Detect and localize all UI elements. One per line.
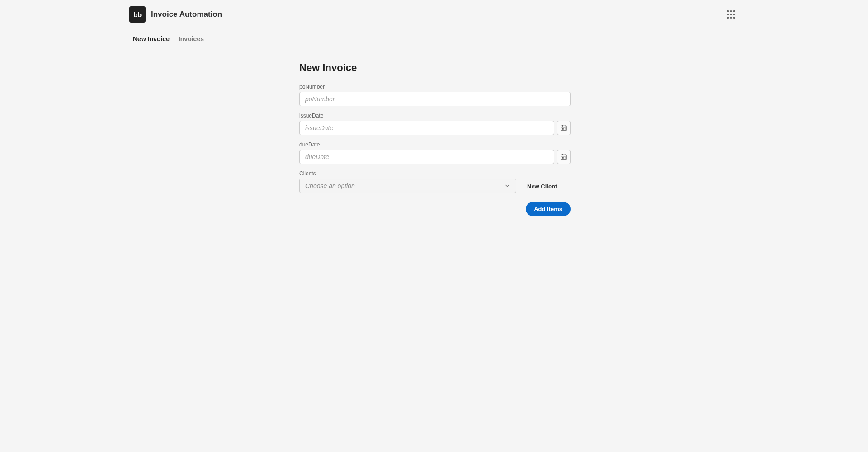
tab-new-invoice[interactable]: New Invoice [133, 29, 170, 49]
tab-invoices[interactable]: Invoices [179, 29, 204, 49]
calendar-button-issuedate[interactable] [557, 121, 571, 135]
calendar-icon [560, 153, 567, 160]
field-duedate: dueDate [299, 141, 571, 164]
label-issuedate: issueDate [299, 113, 571, 119]
main-content: New Invoice poNumber issueDate [131, 49, 737, 252]
form-actions: Add Items [299, 202, 571, 216]
input-duedate[interactable] [299, 150, 554, 164]
calendar-icon [560, 124, 567, 132]
chevron-down-icon [504, 183, 510, 189]
app-logo: bb [129, 6, 146, 23]
tabbar: New Invoice Invoices [0, 29, 868, 49]
calendar-button-duedate[interactable] [557, 150, 571, 164]
page-title: New Invoice [299, 62, 571, 74]
add-items-button[interactable]: Add Items [526, 202, 571, 216]
input-ponumber[interactable] [299, 92, 571, 106]
label-ponumber: poNumber [299, 84, 571, 90]
field-ponumber: poNumber [299, 84, 571, 106]
apps-grid-icon[interactable] [727, 10, 735, 19]
topbar: bb Invoice Automation [0, 0, 868, 29]
label-clients: Clients [299, 170, 516, 177]
clients-row: Clients Choose an option New Client [299, 170, 571, 193]
select-clients-placeholder: Choose an option [305, 182, 355, 189]
new-client-link[interactable]: New Client [527, 183, 557, 193]
label-duedate: dueDate [299, 141, 571, 148]
app-title: Invoice Automation [151, 10, 222, 19]
input-issuedate[interactable] [299, 121, 554, 135]
field-issuedate: issueDate [299, 113, 571, 135]
brand: bb Invoice Automation [129, 6, 222, 23]
select-clients[interactable]: Choose an option [299, 179, 516, 193]
field-clients: Clients Choose an option [299, 170, 516, 193]
app-logo-text: bb [133, 11, 141, 19]
